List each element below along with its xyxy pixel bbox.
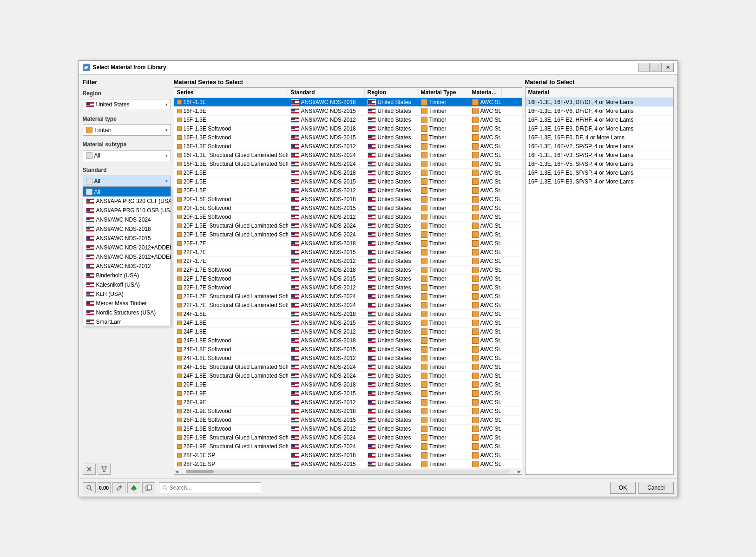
series-table-row[interactable]: 24F-1.8E Softwood ANSI/AWC NDS-2012 Unit… [174, 354, 522, 363]
series-table-row[interactable]: 24F-1.8E ANSI/AWC NDS-2015 United States… [174, 319, 522, 328]
series-table-row[interactable]: 24F-1.8E ANSI/AWC NDS-2018 United States… [174, 310, 522, 319]
cell-series: 22F-1.7E [174, 240, 288, 247]
series-table-row[interactable]: 16F-1.3E ANSI/AWC NDS-2018 United States… [174, 98, 522, 107]
search-input[interactable] [170, 485, 258, 491]
material-list-item[interactable]: 16F-1.3E, 16F-E1, SP/SP, 4 or More Lams [526, 169, 673, 177]
series-table-row[interactable]: 24F-1.8E ANSI/AWC NDS-2012 United States… [174, 328, 522, 336]
cell-region: United States [365, 425, 418, 432]
series-table-row[interactable]: 26F-1.9E ANSI/AWC NDS-2012 United States… [174, 398, 522, 407]
series-table-row[interactable]: 28F-2.1E SP ANSI/AWC NDS-2018 United Sta… [174, 451, 522, 460]
series-table-row[interactable]: 16F-1.3E Softwood ANSI/AWC NDS-2018 Unit… [174, 125, 522, 133]
material-list-item[interactable]: 16F-1.3E, 16F-V5, SP/SP, 4 or More Lams [526, 160, 673, 169]
search-bottom-icon-button[interactable] [83, 482, 96, 493]
cell-standard: ANSI/AWC NDS-2015 [288, 416, 365, 424]
series-table-row[interactable]: 24F-1.8E, Structural Glued Laminated Sof… [174, 363, 522, 372]
series-table-row[interactable]: 22F-1.7E ANSI/AWC NDS-2015 United States… [174, 248, 522, 257]
series-table-row[interactable]: 28F-2.1E SP ANSI/AWC NDS-2015 United Sta… [174, 460, 522, 469]
material-list-item[interactable]: 16F-1.3E, 16F-E3, SP/SP, 4 or More Lams [526, 177, 673, 186]
dropdown-item-klh[interactable]: KLH (USA) [83, 289, 171, 299]
series-table-row[interactable]: 16F-1.3E, Structural Glued Laminated Sof… [174, 160, 522, 169]
series-table-row[interactable]: 16F-1.3E ANSI/AWC NDS-2015 United States… [174, 107, 522, 116]
dropdown-item-ansi-awc-2012-add1[interactable]: ANSI/AWC NDS-2012+ADDENDUM:2013-11 [83, 243, 171, 252]
series-table-row[interactable]: 26F-1.9E Softwood ANSI/AWC NDS-2015 Unit… [174, 416, 522, 425]
material-list-item[interactable]: 16F-1.3E, 16F-V6, DF/DF, 4 or More Lams [526, 107, 673, 116]
mattype-dropdown[interactable]: Timber ▾ [83, 125, 171, 136]
dropdown-item-mercer[interactable]: Mercer Mass Timber [83, 299, 171, 308]
filter-settings-button[interactable] [98, 464, 111, 475]
series-table-row[interactable]: 24F-1.8E Softwood ANSI/AWC NDS-2015 Unit… [174, 345, 522, 354]
material-list-item[interactable]: 16F-1.3E, 16F-V3, DF/DF, 4 or More Lams [526, 98, 673, 107]
material-list-item[interactable]: 16F-1.3E, 16F-E3, DF/DF, 4 or More Lams [526, 125, 673, 133]
minimize-button[interactable]: — [638, 63, 650, 72]
series-table-row[interactable]: 20F-1.5E Softwood ANSI/AWC NDS-2018 Unit… [174, 195, 522, 204]
cell-series: 20F-1.5E, Structural Glued Laminated Sof… [174, 222, 288, 229]
material-list-item[interactable]: 16F-1.3E, 16F-E6, DF, 4 or More Lams [526, 133, 673, 142]
series-table-row[interactable]: 22F-1.7E ANSI/AWC NDS-2018 United States… [174, 239, 522, 248]
pencil-icon-button[interactable] [112, 482, 125, 493]
series-table-row[interactable]: 26F-1.9E, Structural Glued Laminated Sof… [174, 433, 522, 442]
series-table-row[interactable]: 16F-1.3E Softwood ANSI/AWC NDS-2012 Unit… [174, 142, 522, 151]
cell-series: 22F-1.7E Softwood [174, 275, 288, 282]
series-table-row[interactable]: 20F-1.5E, Structural Glued Laminated Sof… [174, 222, 522, 230]
material-list-item[interactable]: 16F-1.3E, 16F-V2, SP/SP, 4 or More Lams [526, 142, 673, 151]
flag-icon [368, 302, 376, 308]
dropdown-item-ansi-awc-2015[interactable]: ANSI/AWC NDS-2015 [83, 234, 171, 243]
series-table-row[interactable]: 22F-1.7E, Structural Glued Laminated Sof… [174, 292, 522, 301]
clear-filter-button[interactable] [83, 464, 96, 475]
series-table-row[interactable]: 26F-1.9E, Structural Glued Laminated Sof… [174, 442, 522, 451]
dropdown-item-ansi-awc-2012-add2[interactable]: ANSI/AWC NDS-2012+ADDENDUM:2013-03 [83, 252, 171, 262]
matsubtype-dropdown[interactable]: All ▾ [83, 150, 171, 161]
series-table-row[interactable]: 20F-1.5E Softwood ANSI/AWC NDS-2012 Unit… [174, 213, 522, 222]
copy-icon-button[interactable] [142, 482, 155, 493]
dropdown-item-ansi-awc-2018[interactable]: ANSI/AWC NDS-2018 [83, 224, 171, 234]
dropdown-item-all-selected[interactable]: All [83, 187, 171, 197]
material-list-item[interactable]: 16F-1.3E, 16F-V3, SP/SP, 4 or More Lams [526, 151, 673, 160]
series-table-row[interactable]: 22F-1.7E ANSI/AWC NDS-2012 United States… [174, 257, 522, 266]
ok-button[interactable]: OK [610, 482, 636, 494]
material-list-item[interactable]: 16F-1.3E, 16F-E2, HF/HF, 4 or More Lams [526, 116, 673, 125]
series-table-row[interactable]: 24F-1.8E, Structural Glued Laminated Sof… [174, 372, 522, 380]
cell-matsubtype: AWC St... [469, 310, 502, 318]
series-table-row[interactable]: 22F-1.7E Softwood ANSI/AWC NDS-2015 Unit… [174, 275, 522, 283]
flag-icon [291, 188, 299, 193]
dropdown-item-ansi-apa-clt[interactable]: ANSI/APA PRG 320 CLT (USA) [83, 197, 171, 206]
horizontal-scrollbar[interactable]: ◀ ▶ [174, 469, 522, 474]
dropdown-item-ansi-apa-osb[interactable]: ANSI/APA PRG 510 OSB (USA) [83, 206, 171, 215]
series-table-row[interactable]: 22F-1.7E Softwood ANSI/AWC NDS-2012 Unit… [174, 283, 522, 292]
standard-dropdown[interactable]: All ▾ [83, 176, 171, 187]
dropdown-item-smartlam[interactable]: SmartLam [83, 317, 171, 326]
number-icon-button[interactable]: 0.00 [98, 482, 111, 493]
series-table-row[interactable]: 16F-1.3E, Structural Glued Laminated Sof… [174, 151, 522, 160]
series-table-row[interactable]: 26F-1.9E ANSI/AWC NDS-2015 United States… [174, 389, 522, 398]
series-table-row[interactable]: 26F-1.9E Softwood ANSI/AWC NDS-2012 Unit… [174, 425, 522, 433]
series-table-row[interactable]: 22F-1.7E Softwood ANSI/AWC NDS-2018 Unit… [174, 266, 522, 275]
dropdown-item-binderholz[interactable]: Binderholz (USA) [83, 271, 171, 280]
series-table-row[interactable]: 22F-1.7E, Structural Glued Laminated Sof… [174, 301, 522, 310]
cell-region: United States [365, 143, 418, 150]
series-table-row[interactable]: 26F-1.9E Softwood ANSI/AWC NDS-2018 Unit… [174, 407, 522, 416]
series-table-row[interactable]: 20F-1.5E Softwood ANSI/AWC NDS-2015 Unit… [174, 204, 522, 213]
series-table-row[interactable]: 20F-1.5E ANSI/AWC NDS-2018 United States… [174, 169, 522, 177]
dropdown-item-kalesnikoff[interactable]: Kalesnikoff (USA) [83, 280, 171, 289]
tree-icon-button[interactable] [127, 482, 140, 493]
series-table-row[interactable]: 24F-1.8E Softwood ANSI/AWC NDS-2018 Unit… [174, 336, 522, 345]
cell-series: 22F-1.7E, Structural Glued Laminated Sof… [174, 293, 288, 300]
series-table-row[interactable]: 20F-1.5E ANSI/AWC NDS-2015 United States… [174, 177, 522, 186]
cancel-button[interactable]: Cancel [638, 482, 673, 494]
cell-standard: ANSI/AWC NDS-2018 [288, 125, 365, 132]
series-table-row[interactable]: 16F-1.3E Softwood ANSI/AWC NDS-2015 Unit… [174, 133, 522, 142]
series-color-box [177, 109, 182, 113]
dropdown-item-ansi-awc-2012[interactable]: ANSI/AWC NDS-2012 [83, 262, 171, 271]
series-table-row[interactable]: 16F-1.3E ANSI/AWC NDS-2012 United States… [174, 116, 522, 125]
close-button[interactable]: ✕ [663, 63, 674, 72]
dropdown-item-nordic[interactable]: Nordic Structures (USA) [83, 308, 171, 317]
timber-type-icon [421, 258, 427, 264]
all-icon [86, 152, 92, 159]
region-dropdown[interactable]: United States ▾ [83, 99, 171, 110]
series-table-row[interactable]: 26F-1.9E ANSI/AWC NDS-2018 United States… [174, 380, 522, 389]
dropdown-item-ansi-awc-2024[interactable]: ANSI/AWC NDS-2024 [83, 215, 171, 224]
maximize-button[interactable]: ⬜ [651, 63, 662, 72]
series-table-row[interactable]: 20F-1.5E ANSI/AWC NDS-2012 United States… [174, 186, 522, 195]
series-color-box [177, 135, 182, 140]
series-table-row[interactable]: 20F-1.5E, Structural Glued Laminated Sof… [174, 230, 522, 239]
